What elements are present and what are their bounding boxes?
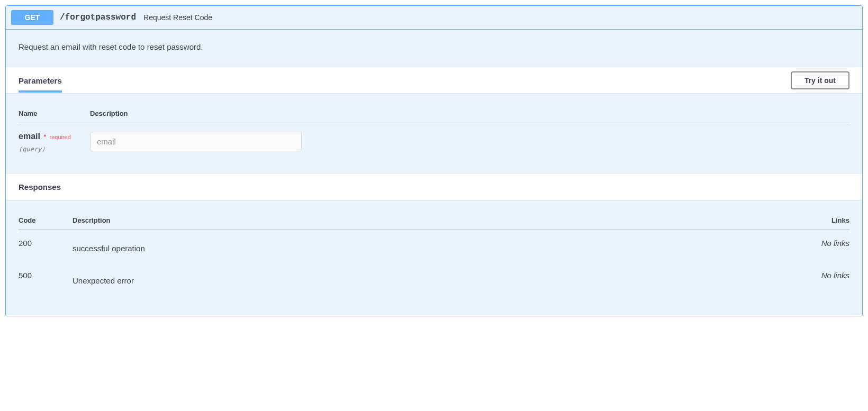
endpoint-description: Request an email with reset code to rese… bbox=[6, 30, 862, 67]
resp-links: No links bbox=[802, 230, 849, 263]
endpoint-path: /forgotpassword bbox=[60, 13, 136, 22]
param-in: (query) bbox=[19, 145, 90, 153]
responses-body: Code Description Links 200 successful op… bbox=[6, 200, 862, 316]
operation-block: GET /forgotpassword Request Reset Code R… bbox=[5, 5, 863, 316]
param-header-name: Name bbox=[19, 104, 90, 123]
responses-title: Responses bbox=[19, 175, 61, 199]
param-input-email[interactable] bbox=[90, 132, 302, 151]
operation-summary-row[interactable]: GET /forgotpassword Request Reset Code bbox=[6, 6, 862, 30]
responses-table: Code Description Links 200 successful op… bbox=[19, 211, 849, 295]
endpoint-summary: Request Reset Code bbox=[143, 13, 212, 22]
parameters-header: Parameters Try it out bbox=[6, 67, 862, 94]
response-row: 500 Unexpected error No links bbox=[19, 262, 849, 295]
required-star-icon: * bbox=[42, 133, 47, 141]
param-header-description: Description bbox=[90, 104, 849, 123]
resp-header-links: Links bbox=[802, 211, 849, 230]
resp-code: 500 bbox=[19, 262, 73, 295]
resp-header-description: Description bbox=[73, 211, 802, 230]
http-method-badge: GET bbox=[11, 10, 53, 25]
resp-description: successful operation bbox=[73, 239, 802, 253]
parameters-body: Name Description email * required (query… bbox=[6, 94, 862, 174]
resp-header-code: Code bbox=[19, 211, 73, 230]
parameters-table: Name Description email * required (query… bbox=[19, 104, 849, 153]
required-label: required bbox=[50, 134, 71, 140]
responses-header: Responses bbox=[6, 174, 862, 200]
param-name: email bbox=[19, 132, 40, 141]
parameters-title: Parameters bbox=[19, 69, 62, 93]
resp-links: No links bbox=[802, 262, 849, 295]
response-row: 200 successful operation No links bbox=[19, 230, 849, 263]
parameter-row: email * required (query) bbox=[19, 123, 849, 153]
operation-body: Request an email with reset code to rese… bbox=[6, 30, 862, 316]
try-it-out-button[interactable]: Try it out bbox=[791, 71, 849, 89]
resp-code: 200 bbox=[19, 230, 73, 263]
resp-description: Unexpected error bbox=[73, 271, 802, 285]
